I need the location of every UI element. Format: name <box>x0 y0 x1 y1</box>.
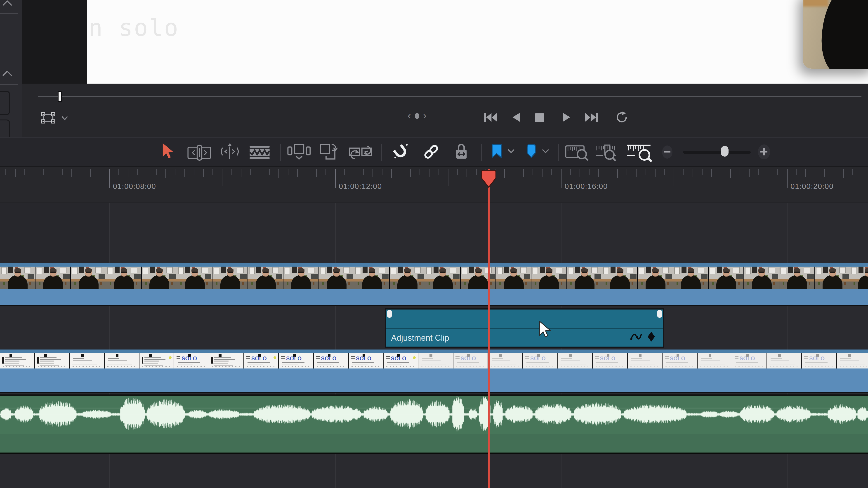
rail-button[interactable] <box>0 91 10 115</box>
slide-frame: SOLO <box>802 353 837 368</box>
toolbar-separator <box>481 144 482 161</box>
rail-button[interactable] <box>0 120 10 137</box>
video2-clip-bottom-edge <box>0 305 868 306</box>
filmstrip-frame <box>461 267 496 289</box>
slide-frame: SOLO <box>314 353 349 368</box>
slide-frame <box>209 353 244 368</box>
ruler-tick <box>542 169 542 177</box>
chevron-up-icon[interactable] <box>2 71 12 76</box>
ruler-tick <box>278 169 279 178</box>
ruler-tick <box>344 169 345 175</box>
chevron-down-icon[interactable] <box>61 116 68 121</box>
ruler-tick <box>758 169 759 175</box>
zoom-in-button[interactable] <box>758 144 770 159</box>
timeline-view-full-button[interactable] <box>565 144 590 161</box>
ruler-tick <box>147 169 147 177</box>
frame-stepper[interactable]: ‹› <box>407 109 443 123</box>
transform-tool-icon[interactable] <box>41 112 55 124</box>
next-clip-button[interactable] <box>585 112 598 123</box>
flag-button[interactable] <box>491 144 502 159</box>
step-forward-icon[interactable]: › <box>423 109 427 121</box>
filmstrip-frame <box>779 267 815 289</box>
playhead-line[interactable] <box>488 169 490 488</box>
ruler-tick <box>137 169 138 175</box>
slide-frame: SOLO <box>523 353 558 368</box>
razor-edit-mode-tool[interactable] <box>249 145 270 159</box>
slide-frame <box>0 353 35 368</box>
ruler-timecode: 01:00:20:00 <box>790 182 834 191</box>
selection-mode-tool[interactable] <box>162 142 174 160</box>
flag-menu-chevron-icon[interactable] <box>507 149 515 154</box>
link-clips-button[interactable] <box>422 143 440 161</box>
ruler-tick <box>401 169 401 175</box>
ruler-tick <box>815 169 815 175</box>
rail-divider <box>0 13 18 14</box>
slide-frame <box>140 353 174 368</box>
ruler-tick <box>184 169 185 177</box>
audio-clip[interactable] <box>0 396 868 434</box>
zoom-slider-handle[interactable] <box>721 146 728 157</box>
play-button[interactable] <box>562 112 571 122</box>
video2-clip-top-edge[interactable] <box>0 263 868 267</box>
slide-frame: SOLO <box>454 353 488 368</box>
ruler-tick <box>692 169 693 177</box>
chevron-up-icon[interactable] <box>2 0 12 6</box>
curve-icon[interactable] <box>630 331 643 342</box>
ruler-tick <box>825 169 825 177</box>
stop-button[interactable] <box>535 113 544 123</box>
viewer-background <box>22 0 87 84</box>
marker-menu-chevron-icon[interactable] <box>541 149 550 154</box>
timeline-ruler[interactable]: 01:00:08:0001:00:12:0001:00:16:0001:00:2… <box>0 167 868 203</box>
timeline-view-detail-button[interactable] <box>595 144 622 161</box>
play-reverse-button[interactable] <box>512 112 520 122</box>
video2-clip-body[interactable] <box>0 289 868 305</box>
trim-edit-mode-tool[interactable] <box>187 144 212 161</box>
edit-toolbar <box>0 137 868 167</box>
video1-clip-body[interactable] <box>0 368 868 392</box>
playhead-head[interactable] <box>480 169 497 188</box>
snapping-button[interactable] <box>392 142 411 162</box>
slide-frame <box>837 353 868 368</box>
insert-clip-button[interactable] <box>287 144 311 161</box>
ruler-tick <box>523 169 524 177</box>
adjustment-clip-right-trim-handle[interactable] <box>657 310 662 318</box>
replace-clip-button[interactable] <box>348 142 374 161</box>
previous-clip-button[interactable] <box>484 112 498 123</box>
dynamic-trim-mode-tool[interactable] <box>219 142 240 162</box>
zoom-slider-track[interactable] <box>683 151 751 154</box>
ruler-tick <box>608 169 608 175</box>
ruler-tick <box>34 169 34 177</box>
adjustment-clip[interactable]: Adjustment Clip <box>385 308 664 348</box>
filmstrip-frame <box>709 267 744 289</box>
marker-button[interactable] <box>526 144 537 159</box>
overwrite-clip-button[interactable] <box>319 143 339 162</box>
video1-clip-filmstrip[interactable]: SOLOSOLOSOLOSOLOSOLOSOLOSOLOSOLOSOLOSOLO… <box>0 353 868 368</box>
loop-button[interactable] <box>613 111 628 123</box>
ruler-tick <box>373 169 373 177</box>
filmstrip-frame <box>850 267 868 289</box>
ruler-tick <box>5 169 6 175</box>
ruler-tick <box>843 169 844 178</box>
zoom-out-button[interactable] <box>662 145 673 159</box>
ruler-tick <box>420 169 420 175</box>
audio-clip-lower[interactable] <box>0 434 868 453</box>
video2-clip-filmstrip[interactable] <box>0 267 868 289</box>
ruler-tick <box>429 169 430 177</box>
step-back-icon[interactable]: ‹ <box>407 109 411 121</box>
ruler-tick <box>740 169 740 175</box>
jog-bar[interactable] <box>38 96 862 97</box>
video1-clip-top-edge[interactable] <box>0 350 868 353</box>
toolbar-separator <box>381 144 382 161</box>
ruler-tick <box>852 169 853 175</box>
keyframe-diamond-icon[interactable] <box>647 331 655 342</box>
ruler-tick <box>175 169 176 175</box>
ruler-tick <box>222 169 222 186</box>
timeline-view-custom-button[interactable] <box>626 143 654 162</box>
position-lock-button[interactable] <box>454 142 469 161</box>
adjustment-clip-left-trim-handle[interactable] <box>387 310 392 318</box>
ruler-tick <box>71 169 72 177</box>
jog-handle[interactable] <box>58 91 62 102</box>
ruler-tick <box>109 169 110 188</box>
ruler-tick <box>53 169 53 178</box>
ruler-tick <box>467 169 467 177</box>
